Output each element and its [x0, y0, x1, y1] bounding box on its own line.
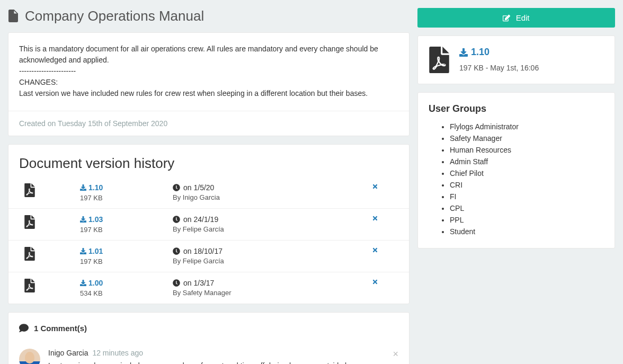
comment-time: 12 minutes ago: [92, 349, 143, 357]
page-title-row: Company Operations Manual: [8, 8, 410, 24]
description-line: CHANGES:: [19, 77, 398, 88]
pdf-icon: [24, 183, 35, 197]
comment-item: Inigo Garcia 12 minutes ago Last version…: [8, 343, 409, 364]
history-row: 1.01 197 KB on 18/10/17 By Felipe García: [8, 240, 409, 272]
description-line: This is a mandatory document for all air…: [19, 43, 398, 66]
version-number: 1.00: [88, 279, 103, 287]
user-groups-panel: User Groups Flylogs AdministratorSafety …: [417, 92, 615, 248]
version-number: 1.01: [88, 247, 103, 255]
description-line: -----------------------: [19, 66, 398, 77]
current-file-panel: 1.10 197 KB - May 1st, 16:06: [417, 35, 615, 84]
clock-icon: [173, 247, 180, 255]
avatar: [19, 349, 40, 364]
clock-icon: [173, 279, 180, 287]
download-icon: [80, 184, 86, 191]
comments-count: 1 Comment(s): [34, 324, 87, 333]
description-text: This is a mandatory document for all air…: [19, 43, 398, 99]
user-group-item: Student: [450, 226, 604, 237]
user-group-item: Chief Pilot: [450, 167, 604, 179]
version-date: on 24/1/19: [183, 215, 218, 224]
user-group-item: Flylogs Administrator: [450, 121, 604, 132]
version-download-link[interactable]: 1.00: [80, 279, 103, 287]
history-row: 1.10 197 KB on 1/5/20 By Inigo Garcia: [8, 177, 409, 208]
comment-icon: [19, 323, 29, 333]
version-date: on 1/3/17: [183, 279, 214, 287]
history-title: Document version history: [8, 145, 409, 177]
version-download-link[interactable]: 1.03: [80, 215, 103, 224]
created-on: Created on Tuesday 15th of September 202…: [8, 111, 409, 136]
version-download-link[interactable]: 1.10: [80, 183, 103, 192]
delete-version-button[interactable]: [372, 279, 398, 285]
user-group-item: CRI: [450, 179, 604, 191]
comment-text: Last version changes include new procedu…: [48, 360, 398, 364]
comment-author: Inigo Garcia: [48, 349, 88, 357]
version-history-panel: Document version history 1.10 197 KB on …: [8, 144, 410, 304]
version-number: 1.10: [88, 183, 103, 192]
user-group-item: PPL: [450, 214, 604, 226]
version-author: By Inigo Garcia: [173, 193, 372, 201]
user-group-item: Safety Manager: [450, 132, 604, 144]
history-row: 1.03 197 KB on 24/1/19 By Felipe García: [8, 208, 409, 240]
page-title: Company Operations Manual: [25, 8, 204, 24]
download-icon: [80, 248, 86, 254]
version-size: 534 KB: [80, 289, 173, 297]
edit-button[interactable]: Edit: [417, 8, 615, 28]
description-line: Last version we have included new rules …: [19, 88, 398, 99]
version-date: on 18/10/17: [183, 247, 222, 255]
download-icon: [80, 216, 86, 223]
history-row: 1.00 534 KB on 1/3/17 By Safety Manager: [8, 272, 409, 304]
clock-icon: [173, 184, 180, 191]
delete-version-button[interactable]: [372, 183, 398, 190]
version-size: 197 KB: [80, 226, 173, 234]
delete-version-button[interactable]: [372, 247, 398, 253]
download-icon: [80, 280, 86, 286]
version-author: By Felipe García: [173, 225, 372, 233]
close-icon[interactable]: ×: [393, 349, 398, 360]
description-panel: This is a mandatory document for all air…: [8, 32, 410, 136]
current-version-number: 1.10: [471, 47, 490, 58]
user-group-item: Human Resources: [450, 144, 604, 156]
version-number: 1.03: [88, 215, 103, 224]
pdf-icon: [24, 215, 35, 229]
version-size: 197 KB: [80, 194, 173, 202]
file-meta: 197 KB - May 1st, 16:06: [459, 64, 539, 72]
user-groups-title: User Groups: [429, 103, 604, 114]
current-version-link[interactable]: 1.10: [459, 47, 490, 58]
pdf-icon: [429, 47, 450, 73]
version-date: on 1/5/20: [183, 183, 214, 192]
user-group-item: CPL: [450, 202, 604, 214]
edit-label: Edit: [516, 13, 530, 22]
pdf-icon: [24, 279, 35, 292]
comments-header: 1 Comment(s): [8, 313, 409, 343]
version-download-link[interactable]: 1.01: [80, 247, 103, 255]
file-icon: [8, 10, 20, 23]
user-group-item: Admin Staff: [450, 156, 604, 167]
delete-version-button[interactable]: [372, 215, 398, 221]
pdf-icon: [24, 247, 35, 261]
user-group-item: FI: [450, 191, 604, 202]
comments-panel: 1 Comment(s) Inigo Garcia 12 minutes ago…: [8, 312, 410, 364]
edit-icon: [503, 14, 510, 22]
version-size: 197 KB: [80, 258, 173, 265]
download-icon: [459, 48, 468, 57]
version-author: By Felipe García: [173, 257, 372, 265]
version-author: By Safety Manager: [173, 289, 372, 297]
clock-icon: [173, 216, 180, 223]
